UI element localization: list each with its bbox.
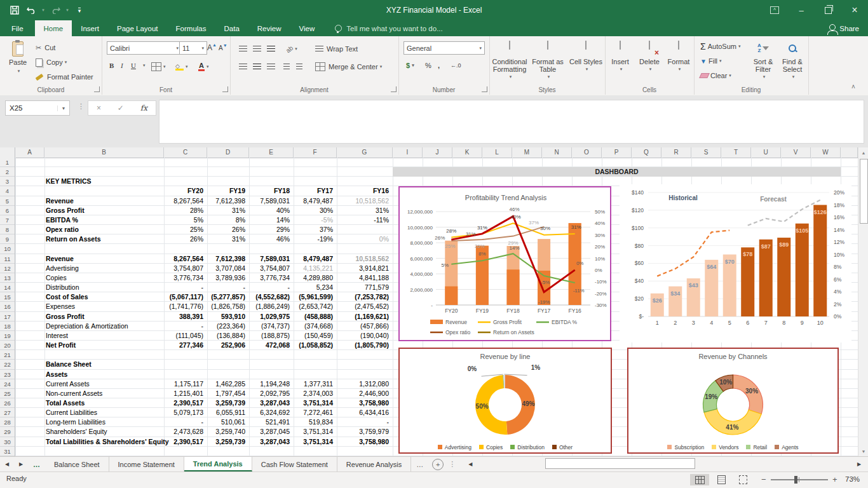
cell-value[interactable]: 1,215,401: [164, 389, 203, 398]
cell-value[interactable]: (2,653,742): [294, 302, 333, 311]
cell-value[interactable]: 7,272,461: [294, 408, 333, 417]
cell-label[interactable]: Interest: [46, 331, 68, 341]
cell-label[interactable]: Current Liabilities: [46, 408, 97, 417]
profitability-trend-chart[interactable]: Profitability Trend Analysis12,000,00010…: [398, 186, 611, 341]
percent-style-button[interactable]: %: [423, 59, 434, 72]
cell-label[interactable]: Return on Assets: [46, 234, 101, 244]
minimize-icon[interactable]: –: [788, 0, 815, 20]
cell-label[interactable]: Distribution: [46, 283, 79, 292]
undo-icon[interactable]: [23, 2, 39, 18]
page-break-view-button[interactable]: [733, 474, 752, 485]
cell-value[interactable]: 5,234: [294, 283, 333, 292]
cell-label[interactable]: Long-term Liabilities: [46, 417, 105, 427]
cell-label[interactable]: Revenue: [46, 254, 74, 264]
sheet-tab-trend-analysis[interactable]: Trend Analysis: [184, 457, 252, 471]
cell-value[interactable]: 3,758,980: [337, 398, 389, 408]
cell-value[interactable]: (136,884): [207, 331, 245, 341]
zoom-slider-thumb[interactable]: [794, 476, 797, 484]
ribbon-display-options-icon[interactable]: ˄: [761, 0, 788, 20]
cell-value[interactable]: 771,579: [337, 283, 389, 292]
cell-label[interactable]: Assets: [46, 370, 67, 379]
cell-value[interactable]: (4,552,682): [249, 292, 290, 302]
cell-value[interactable]: 5,079,173: [164, 408, 203, 417]
cell-label[interactable]: Net Profit: [46, 341, 76, 350]
cell-value[interactable]: 2,446,900: [337, 389, 389, 398]
cell-value[interactable]: 1,312,080: [337, 379, 389, 389]
vertical-scrollbar[interactable]: ▲ ▼: [858, 147, 868, 456]
zoom-slider[interactable]: [771, 479, 828, 480]
borders-button[interactable]: ▾: [149, 60, 168, 73]
cell-value[interactable]: 4,289,880: [294, 273, 333, 283]
formula-bar-grip[interactable]: ⋮: [78, 102, 85, 111]
sheet-tab-cash-flow-statement[interactable]: Cash Flow Statement: [252, 457, 337, 471]
cell-value[interactable]: FY16: [337, 186, 389, 196]
cell-value[interactable]: 8,267,564: [164, 254, 203, 264]
copy-button[interactable]: Copy▾: [33, 56, 69, 69]
align-right-icon[interactable]: [264, 60, 278, 73]
insert-function-icon[interactable]: fx: [140, 104, 147, 112]
cell-value[interactable]: (111,045): [164, 331, 203, 341]
cell-value[interactable]: 28%: [164, 206, 203, 215]
decrease-indent-icon[interactable]: [281, 60, 292, 73]
underline-dropdown-icon[interactable]: ▾: [139, 59, 148, 72]
cell-value[interactable]: FY19: [207, 186, 245, 196]
cell-value[interactable]: (1,058,852): [294, 341, 333, 350]
align-left-icon[interactable]: [236, 60, 250, 73]
cell-value[interactable]: 1,462,285: [207, 379, 245, 389]
tab-page-layout[interactable]: Page Layout: [108, 20, 167, 36]
shrink-font-button[interactable]: A▼: [216, 41, 230, 54]
cell-value[interactable]: 29%: [249, 225, 290, 234]
cell-value[interactable]: 7,612,398: [207, 254, 245, 264]
cell-value[interactable]: -: [164, 283, 203, 292]
cell-value[interactable]: 388,391: [164, 312, 203, 322]
number-format-select[interactable]: General▾: [403, 41, 485, 55]
fill-button[interactable]: ▼ Fill▾: [698, 55, 724, 67]
cell-value[interactable]: 1,175,117: [164, 379, 203, 389]
cell-value[interactable]: (1,886,249): [249, 302, 290, 311]
cell-value[interactable]: (1,805,790): [337, 341, 389, 350]
comma-style-button[interactable]: ,: [435, 59, 442, 72]
cell-value[interactable]: -: [164, 417, 203, 427]
cell-value[interactable]: 2,092,795: [249, 389, 290, 398]
conditional-formatting-button[interactable]: Conditional Formatting▾: [491, 37, 529, 81]
cell-value[interactable]: (5,067,117): [164, 292, 203, 302]
cell-value[interactable]: 521,491: [249, 417, 290, 427]
cell-label[interactable]: KEY METRICS: [46, 177, 92, 186]
cell-value[interactable]: 510,061: [207, 417, 245, 427]
cell-value[interactable]: 252,906: [207, 341, 245, 350]
insert-cells-button[interactable]: Insert▾: [606, 37, 634, 73]
sheet-tab-revenue-analysis[interactable]: Revenue Analysis: [337, 457, 411, 471]
tab-insert[interactable]: Insert: [72, 20, 108, 36]
font-color-button[interactable]: A▾: [196, 60, 211, 73]
revenue-by-line-chart[interactable]: Revenue by line49%50%0%1%AdvertisingCopi…: [398, 348, 612, 454]
cell-value[interactable]: 2,390,517: [164, 437, 203, 447]
align-center-icon[interactable]: [250, 60, 264, 73]
hscroll-right-icon[interactable]: ▶: [854, 458, 864, 470]
share-button[interactable]: Share: [820, 20, 868, 36]
delete-cells-button[interactable]: × Delete▾: [635, 37, 663, 73]
cell-value[interactable]: 3,754,807: [164, 264, 203, 273]
underline-button[interactable]: U: [128, 59, 139, 72]
cell-value[interactable]: 10,518,562: [337, 196, 389, 206]
decrease-decimal-button[interactable]: [465, 59, 470, 72]
sheet-overflow-left[interactable]: …: [28, 457, 45, 471]
cell-value[interactable]: 3,751,314: [294, 437, 333, 447]
top-align-icon[interactable]: [236, 43, 250, 55]
cell-value[interactable]: 8,479,487: [294, 196, 333, 206]
cell-value[interactable]: 3,751,314: [294, 398, 333, 408]
vertical-scroll-thumb[interactable]: [860, 159, 868, 224]
sheet-nav-left-icon[interactable]: ◀: [0, 457, 14, 471]
cell-value[interactable]: 14%: [249, 215, 290, 225]
cell-value[interactable]: FY18: [249, 186, 290, 196]
cell-label[interactable]: Balance Sheet: [46, 360, 92, 369]
close-icon[interactable]: ×: [841, 0, 868, 20]
cell-value[interactable]: 25%: [164, 225, 203, 234]
cell-label[interactable]: Shareholders' Equity: [46, 427, 107, 437]
cell-value[interactable]: 30%: [294, 206, 333, 215]
scroll-up-icon[interactable]: ▲: [858, 147, 868, 158]
formula-input[interactable]: [159, 100, 864, 144]
cell-value[interactable]: 4,841,188: [337, 273, 389, 283]
zoom-level[interactable]: 73%: [845, 475, 860, 483]
historical-forecast-chart[interactable]: $140$120$100$80$60$40$20$-20%18%16%14%12…: [620, 184, 851, 342]
cut-button[interactable]: ✂Cut: [33, 41, 58, 54]
